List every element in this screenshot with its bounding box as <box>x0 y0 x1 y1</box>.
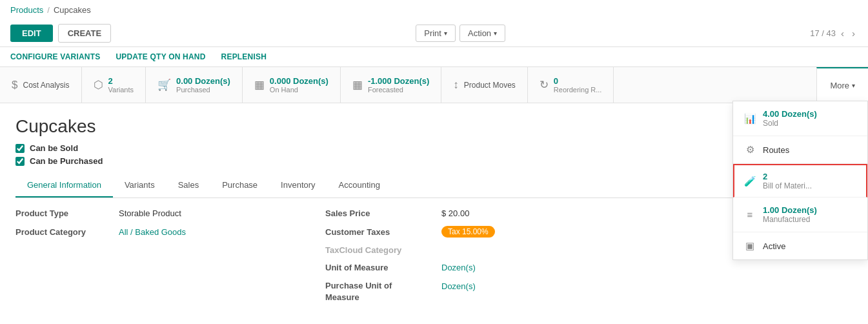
active-icon: ▣ <box>743 240 756 252</box>
on-hand-value: 0.000 Dozen(s) <box>270 76 328 86</box>
forecasted-value: -1.000 Dozen(s) <box>368 76 429 86</box>
stat-variants[interactable]: ⬡ 2 Variants <box>82 67 146 103</box>
manufactured-label: Manufactured <box>763 215 817 224</box>
dropdown-routes[interactable]: ⚙ Routes <box>733 136 867 164</box>
on-hand-label: On Hand <box>270 86 328 94</box>
sales-price-row: Sales Price $ 20.00 <box>325 208 635 218</box>
routes-label: Routes <box>763 145 789 155</box>
configure-variants-link[interactable]: CONFIGURE VARIANTS <box>10 52 100 61</box>
variants-value: 2 <box>108 76 134 86</box>
variants-label: Variants <box>108 86 134 94</box>
action-chevron-icon: ▾ <box>494 30 497 37</box>
print-label: Print <box>424 28 441 38</box>
pagination: 17 / 43 ‹ › <box>810 26 858 40</box>
can-be-sold-label: Can be Sold <box>30 143 78 153</box>
sales-price-label: Sales Price <box>325 208 441 218</box>
product-moves-label: Product Moves <box>464 81 516 90</box>
stat-forecasted[interactable]: ▦ -1.000 Dozen(s) Forecasted <box>341 67 441 103</box>
action-label: Action <box>468 28 491 38</box>
unit-of-measure-label: Unit of Measure <box>325 263 441 272</box>
dropdown-sold[interactable]: 📊 4.00 Dozen(s) Sold <box>733 101 867 136</box>
dropdown-active[interactable]: ▣ Active <box>733 232 867 259</box>
unit-of-measure-row: Unit of Measure Dozen(s) <box>325 263 635 272</box>
customer-taxes-row: Customer Taxes Tax 15.00% <box>325 226 635 238</box>
dropdown-manufactured[interactable]: ≡ 1.00 Dozen(s) Manufactured <box>733 197 867 232</box>
breadcrumb-current: Cupcakes <box>54 5 91 15</box>
breadcrumb-separator: / <box>47 5 50 15</box>
stat-product-moves[interactable]: ↕ Product Moves <box>441 67 528 103</box>
bom-value: 2 <box>763 172 812 181</box>
manufactured-value: 1.00 Dozen(s) <box>763 205 817 215</box>
on-hand-icon: ▦ <box>254 78 265 92</box>
reordering-value: 0 <box>554 76 602 86</box>
product-type-label: Product Type <box>15 208 119 218</box>
stat-cost-analysis[interactable]: $ Cost Analysis <box>0 67 82 103</box>
more-dropdown: 📊 4.00 Dozen(s) Sold ⚙ Routes 🧪 2 Bill o… <box>732 101 868 260</box>
taxcloud-category-row: TaxCloud Category <box>325 245 635 255</box>
sold-label: Sold <box>763 119 817 128</box>
stat-on-hand[interactable]: ▦ 0.000 Dozen(s) On Hand <box>243 67 341 103</box>
print-button[interactable]: Print ▾ <box>416 25 456 42</box>
customer-taxes-label: Customer Taxes <box>325 227 441 237</box>
pagination-text: 17 / 43 <box>810 28 836 38</box>
can-be-purchased-checkbox[interactable] <box>15 157 25 166</box>
action-bar: CONFIGURE VARIANTS UPDATE QTY ON HAND RE… <box>0 47 868 67</box>
forecasted-icon: ▦ <box>352 78 363 92</box>
tab-general-information[interactable]: General Information <box>15 174 113 197</box>
bom-icon: 🧪 <box>743 176 756 187</box>
product-category-value[interactable]: All / Baked Goods <box>119 227 186 237</box>
header-bar: EDIT CREATE Print ▾ Action ▾ 17 / 43 ‹ › <box>0 20 868 47</box>
product-name: Cupcakes <box>15 116 853 137</box>
can-be-purchased-label: Can be Purchased <box>30 156 103 166</box>
unit-of-measure-value[interactable]: Dozen(s) <box>441 263 476 272</box>
purchased-value: 0.00 Dozen(s) <box>176 76 230 86</box>
create-button[interactable]: CREATE <box>58 24 111 43</box>
more-label: More <box>830 81 849 90</box>
tab-variants[interactable]: Variants <box>113 174 167 197</box>
fields-section: Product Type Storable Product Product Ca… <box>15 198 635 314</box>
purchase-uom-value[interactable]: Dozen(s) <box>441 280 476 291</box>
manufactured-icon: ≡ <box>743 209 756 220</box>
more-button[interactable]: More ▾ <box>816 67 868 103</box>
more-chevron-icon: ▾ <box>852 82 855 89</box>
tabs: General Information Variants Sales Purch… <box>15 174 853 198</box>
can-be-sold-checkbox[interactable] <box>15 144 25 153</box>
edit-button[interactable]: EDIT <box>10 25 53 42</box>
replenish-link[interactable]: REPLENISH <box>221 52 267 61</box>
product-type-value: Storable Product <box>119 208 181 218</box>
purchase-uom-label: Purchase Unit ofMeasure <box>325 280 441 303</box>
purchase-uom-row: Purchase Unit ofMeasure Dozen(s) <box>325 280 635 303</box>
stat-reordering[interactable]: ↻ 0 Reordering R... <box>528 67 614 103</box>
dollar-icon: $ <box>12 79 17 92</box>
product-type-row: Product Type Storable Product <box>15 208 325 218</box>
reorder-icon: ↻ <box>540 78 549 92</box>
breadcrumb: Products / Cupcakes <box>0 0 868 20</box>
routes-icon: ⚙ <box>743 144 756 156</box>
fields-left: Product Type Storable Product Product Ca… <box>15 208 325 303</box>
sold-icon: 📊 <box>743 113 756 125</box>
can-be-sold-row: Can be Sold <box>15 143 853 153</box>
product-category-label: Product Category <box>15 227 119 237</box>
prev-page-button[interactable]: ‹ <box>838 26 847 40</box>
dropdown-bom[interactable]: 🧪 2 Bill of Materi... <box>733 164 867 197</box>
can-be-purchased-row: Can be Purchased <box>15 156 853 166</box>
action-button[interactable]: Action ▾ <box>459 25 505 42</box>
product-category-row: Product Category All / Baked Goods <box>15 227 325 237</box>
bom-label: Bill of Materi... <box>763 181 812 190</box>
customer-taxes-badge: Tax 15.00% <box>441 226 495 238</box>
tab-inventory[interactable]: Inventory <box>269 174 327 197</box>
moves-icon: ↕ <box>453 79 459 92</box>
tab-purchase[interactable]: Purchase <box>210 174 269 197</box>
cart-icon: 🛒 <box>157 78 171 92</box>
stats-bar: $ Cost Analysis ⬡ 2 Variants 🛒 0.00 Doze… <box>0 67 868 103</box>
stat-purchased[interactable]: 🛒 0.00 Dozen(s) Purchased <box>146 67 243 103</box>
tab-accounting[interactable]: Accounting <box>327 174 392 197</box>
update-qty-link[interactable]: UPDATE QTY ON HAND <box>116 52 205 61</box>
sold-value: 4.00 Dozen(s) <box>763 109 817 119</box>
tab-sales[interactable]: Sales <box>167 174 211 197</box>
variants-icon: ⬡ <box>94 78 103 92</box>
taxcloud-category-label: TaxCloud Category <box>325 245 441 255</box>
next-page-button[interactable]: › <box>849 26 858 40</box>
print-chevron-icon: ▾ <box>444 30 447 37</box>
breadcrumb-parent[interactable]: Products <box>10 5 43 15</box>
